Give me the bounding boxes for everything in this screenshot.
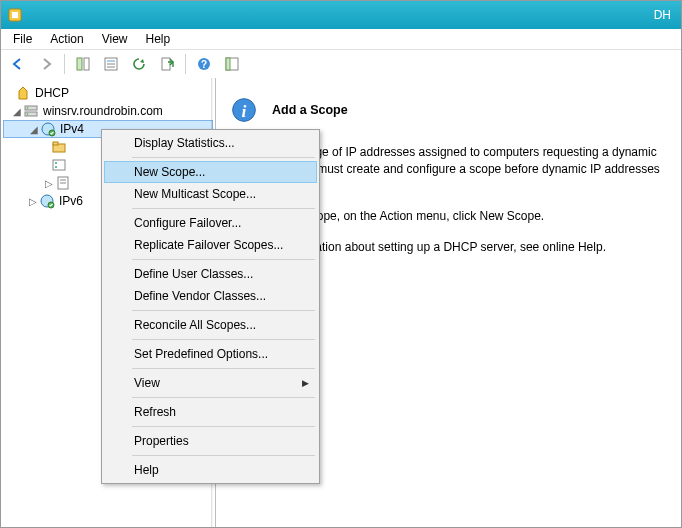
menu-item-label: Help xyxy=(134,463,159,477)
menu-item-label: New Multicast Scope... xyxy=(134,187,256,201)
expand-icon[interactable]: ▷ xyxy=(27,196,39,207)
ctx-display-statistics[interactable]: Display Statistics... xyxy=(104,132,317,154)
ipv6-icon xyxy=(39,193,55,209)
svg-point-22 xyxy=(55,162,57,164)
svg-rect-2 xyxy=(77,58,82,70)
toolbar-show-hide-action-button[interactable] xyxy=(219,52,245,76)
svg-rect-1 xyxy=(12,12,18,18)
menu-file[interactable]: File xyxy=(5,30,40,48)
menu-item-label: Replicate Failover Scopes... xyxy=(134,238,283,252)
menu-item-label: Define Vendor Classes... xyxy=(134,289,266,303)
ctx-reconcile-scopes[interactable]: Reconcile All Scopes... xyxy=(104,314,317,336)
tree-label: winsrv.roundrobin.com xyxy=(43,104,163,118)
toolbar-back-button[interactable] xyxy=(5,52,31,76)
server-icon xyxy=(23,103,39,119)
options-icon xyxy=(51,157,67,173)
svg-text:i: i xyxy=(242,101,247,121)
menu-separator xyxy=(132,426,315,427)
svg-rect-21 xyxy=(53,160,65,170)
toolbar-forward-button[interactable] xyxy=(33,52,59,76)
ctx-set-predefined-options[interactable]: Set Predefined Options... xyxy=(104,343,317,365)
menubar: File Action View Help xyxy=(1,29,681,50)
menu-item-label: Refresh xyxy=(134,405,176,419)
info-icon: i xyxy=(230,96,258,124)
ctx-refresh[interactable]: Refresh xyxy=(104,401,317,423)
window-title: DH xyxy=(29,8,675,22)
submenu-arrow-icon: ▶ xyxy=(302,378,309,388)
collapse-icon[interactable]: ◢ xyxy=(11,106,23,117)
ctx-replicate-failover[interactable]: Replicate Failover Scopes... xyxy=(104,234,317,256)
toolbar-show-hide-tree-button[interactable] xyxy=(70,52,96,76)
ctx-define-vendor-classes[interactable]: Define Vendor Classes... xyxy=(104,285,317,307)
svg-rect-8 xyxy=(162,58,170,70)
context-menu: Display Statistics... New Scope... New M… xyxy=(101,129,320,484)
menu-item-label: Properties xyxy=(134,434,189,448)
tree-label: IPv6 xyxy=(59,194,83,208)
menu-item-label: New Scope... xyxy=(134,165,205,179)
ctx-help[interactable]: Help xyxy=(104,459,317,481)
menu-separator xyxy=(132,157,315,158)
svg-rect-3 xyxy=(84,58,89,70)
svg-point-23 xyxy=(55,166,57,168)
menu-separator xyxy=(132,259,315,260)
tree-root-dhcp[interactable]: DHCP xyxy=(3,84,213,102)
menu-separator xyxy=(132,339,315,340)
ctx-new-multicast-scope[interactable]: New Multicast Scope... xyxy=(104,183,317,205)
menu-item-label: Set Predefined Options... xyxy=(134,347,268,361)
svg-point-15 xyxy=(27,107,29,109)
menu-help[interactable]: Help xyxy=(138,30,179,48)
tree-label: DHCP xyxy=(35,86,69,100)
dhcp-root-icon xyxy=(15,85,31,101)
menu-item-label: Display Statistics... xyxy=(134,136,235,150)
expand-icon[interactable]: ▷ xyxy=(43,178,55,189)
ctx-view-submenu[interactable]: View▶ xyxy=(104,372,317,394)
ctx-configure-failover[interactable]: Configure Failover... xyxy=(104,212,317,234)
mmc-window: DH File Action View Help ? DHCP ◢ xyxy=(0,0,682,528)
toolbar: ? xyxy=(1,50,681,79)
folder-icon xyxy=(51,139,67,155)
menu-item-label: Define User Classes... xyxy=(134,267,253,281)
toolbar-export-button[interactable] xyxy=(154,52,180,76)
menu-action[interactable]: Action xyxy=(42,30,91,48)
tree-label: IPv4 xyxy=(60,122,84,136)
ctx-new-scope[interactable]: New Scope... xyxy=(104,161,317,183)
tree-node-server[interactable]: ◢ winsrv.roundrobin.com xyxy=(3,102,213,120)
titlebar: DH xyxy=(1,1,681,29)
ctx-define-user-classes[interactable]: Define User Classes... xyxy=(104,263,317,285)
ctx-properties[interactable]: Properties xyxy=(104,430,317,452)
toolbar-properties-button[interactable] xyxy=(98,52,124,76)
dhcp-app-icon xyxy=(7,7,23,23)
ipv4-icon xyxy=(40,121,56,137)
content-heading: Add a Scope xyxy=(272,103,348,117)
svg-text:?: ? xyxy=(201,59,207,70)
toolbar-help-button[interactable]: ? xyxy=(191,52,217,76)
svg-point-16 xyxy=(27,113,29,115)
menu-separator xyxy=(132,455,315,456)
menu-item-label: Configure Failover... xyxy=(134,216,241,230)
menu-item-label: View xyxy=(134,376,160,390)
content-header: i Add a Scope xyxy=(230,96,667,124)
menu-separator xyxy=(132,397,315,398)
collapse-icon[interactable]: ◢ xyxy=(28,124,40,135)
menu-separator xyxy=(132,208,315,209)
menu-item-label: Reconcile All Scopes... xyxy=(134,318,256,332)
menu-separator xyxy=(132,310,315,311)
toolbar-separator xyxy=(64,54,65,74)
svg-rect-20 xyxy=(53,142,58,145)
svg-rect-12 xyxy=(226,58,230,70)
toolbar-separator xyxy=(185,54,186,74)
toolbar-refresh-button[interactable] xyxy=(126,52,152,76)
menu-separator xyxy=(132,368,315,369)
menu-view[interactable]: View xyxy=(94,30,136,48)
policies-icon xyxy=(55,175,71,191)
